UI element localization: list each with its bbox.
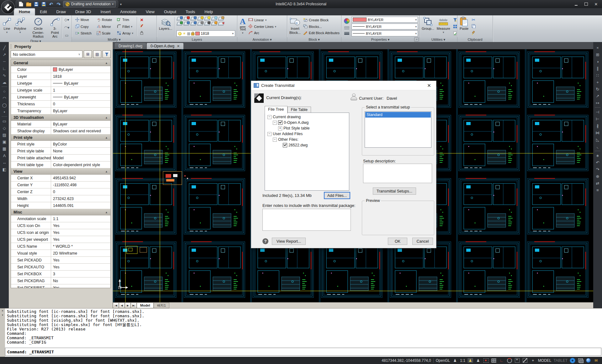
mirror-button[interactable]: ◑ — [594, 58, 601, 65]
property-row-material[interactable]: MaterialByLayer — [11, 121, 110, 128]
color-wheel-icon[interactable] — [344, 18, 350, 24]
move-button[interactable]: Move — [74, 17, 92, 23]
ribbon-tab-draw-3d[interactable]: Draw 3D — [71, 8, 96, 15]
layers-button[interactable]: Layers... — [158, 16, 173, 37]
dialog-close-button[interactable]: ✕ — [422, 81, 436, 90]
crosshair-icon[interactable]: + — [530, 358, 536, 363]
property-row-visual-style[interactable]: Visual style2D Wireframe — [11, 250, 110, 257]
layer-visibility-button[interactable] — [190, 16, 197, 21]
command-input[interactable]: Command: _ETRANSMIT — [5, 348, 601, 356]
panel-label-modify[interactable]: Modify▾ — [72, 37, 156, 42]
esnap-icon[interactable] — [515, 358, 520, 363]
panel-label-utilities[interactable]: Utilities▾ — [420, 37, 457, 42]
linetype-combo[interactable]: BYLAYER ▾ — [351, 24, 418, 29]
paste-button[interactable]: Paste — [459, 16, 469, 37]
property-row-layer[interactable]: Layer1818 — [11, 73, 110, 80]
layer-delete-button[interactable]: × — [218, 21, 224, 26]
property-row-set-pickadd[interactable]: Set PICKADDYes — [11, 257, 110, 264]
measure-button[interactable]: Measure ▾ — [436, 16, 451, 37]
break-button[interactable]: ∦ — [594, 123, 601, 129]
layer-thaw-button[interactable] — [211, 21, 218, 26]
tree-checkbox[interactable] — [278, 120, 283, 125]
property-row-set-pickdrag[interactable]: Set PICKDRAGNo — [11, 277, 110, 284]
copy-button[interactable]: Copy — [74, 24, 92, 30]
tablet-label[interactable]: TABLET — [554, 358, 568, 363]
text-button[interactable]: A Text ▾ — [239, 16, 247, 37]
layer-unlock-button[interactable] — [197, 21, 204, 26]
ortho-icon[interactable]: ∟ — [499, 358, 504, 363]
tab-file-tree[interactable]: File Tree — [265, 106, 288, 113]
ribbon-tab-output[interactable]: Output — [159, 8, 181, 15]
ellipse-button[interactable]: ◯ — [1, 102, 8, 108]
line-button[interactable]: Line ▾ — [1, 16, 13, 39]
redo-button[interactable]: ↷ — [594, 166, 601, 172]
tree-checkbox[interactable] — [283, 143, 287, 147]
panel-label-layers[interactable]: Layers — [157, 37, 237, 42]
panel-label-clipboard[interactable]: Clipboard — [457, 37, 493, 42]
property-row-lineweight[interactable]: LineweightByLayer — [11, 94, 110, 101]
command-history[interactable]: Substituting font [ic-romans.shx] for fo… — [5, 309, 602, 348]
filter-button[interactable] — [103, 50, 111, 58]
revision-cloud-button[interactable]: ◠▾ — [63, 25, 70, 30]
property-row-ucs-per-viewport[interactable]: UCS per viewportYes — [11, 236, 110, 243]
layer-combo[interactable]: ☀ ▦ 1818 ▾ — [177, 30, 235, 37]
polygon-button[interactable]: ◇ — [1, 125, 8, 131]
create-block-button[interactable]: Create Block — [302, 17, 341, 23]
match-properties-button[interactable] — [470, 30, 477, 36]
panel-label-properties[interactable]: Properties▾ ↗ — [341, 37, 419, 42]
explode-button[interactable]: ∗ — [594, 152, 601, 159]
ribbon-tab-draw[interactable]: Draw — [52, 8, 71, 15]
workspace-combo[interactable]: Drafting and Annotation ▾ — [63, 1, 116, 7]
zoom-button[interactable]: ⊕ — [594, 173, 601, 179]
explode-button[interactable] — [138, 24, 145, 29]
scale-button[interactable]: ↗ — [594, 93, 601, 99]
join-button[interactable]: ⋈ — [594, 129, 601, 136]
drag-handle[interactable] — [11, 44, 13, 49]
erase-button[interactable]: × — [138, 17, 145, 23]
ray-button[interactable]: ↗ — [1, 51, 8, 58]
command-expand-icon[interactable]: ▾ — [2, 314, 3, 317]
help-button[interactable]: ? — [262, 238, 268, 244]
trim-button[interactable]: ⊣ — [594, 109, 601, 115]
model-label[interactable]: MODEL — [538, 358, 552, 363]
property-palette-header[interactable]: Property — [11, 43, 111, 50]
arc-button[interactable]: ◠ — [1, 95, 8, 101]
offset-button[interactable]: ∥ — [594, 65, 601, 71]
lineweight-display-icon[interactable] — [522, 358, 528, 363]
rotate-button[interactable]: Rotate — [96, 17, 113, 23]
group-button[interactable]: Group... — [421, 16, 435, 37]
layer-lock-button[interactable] — [197, 16, 204, 21]
view-report-button[interactable]: View Report... — [272, 238, 306, 245]
panel-label-block[interactable]: Block▾ — [287, 37, 341, 42]
annotation-scale-value[interactable]: 1:1 — [460, 358, 465, 363]
line-button[interactable]: ╱ — [1, 45, 8, 51]
redo-button[interactable]: ↷ — [55, 1, 62, 7]
mirror-button[interactable]: Mirror — [96, 24, 113, 30]
property-row-thickness[interactable]: Thickness0 — [11, 101, 110, 108]
erase-button[interactable]: × — [594, 45, 601, 51]
hatch-button[interactable]: ▨ — [1, 132, 8, 138]
command-close-icon[interactable]: ✕ — [2, 309, 3, 312]
setup-description-textarea[interactable] — [363, 164, 432, 183]
cascade-icon[interactable] — [578, 358, 583, 363]
rectangle-button[interactable]: ▭ — [1, 118, 8, 124]
linetype-icon[interactable] — [344, 27, 349, 29]
array-button[interactable]: Array▾ — [116, 30, 134, 36]
save-as-button[interactable] — [40, 1, 47, 7]
property-row-center-z[interactable]: Center Z0 — [11, 188, 110, 195]
tab-close-icon[interactable]: ✕ — [177, 44, 180, 48]
property-row-linetype[interactable]: LinetypeByLayer — [11, 80, 110, 87]
cancel-button[interactable]: Cancel — [412, 238, 433, 245]
pan-button[interactable]: ⇄ — [594, 180, 601, 186]
minus-expander-icon[interactable]: − — [267, 132, 272, 136]
polygon-tool-button[interactable]: ◇▾ — [63, 17, 70, 23]
ribbon-tab-tools[interactable]: Tools — [181, 8, 200, 15]
revision-cloud-button[interactable]: ☁ — [1, 79, 8, 85]
app-logo-icon[interactable] — [1, 0, 15, 14]
dialog-title-bar[interactable]: Create Transmittal ✕ — [251, 81, 436, 90]
fillet-button[interactable]: Fillet▾ — [116, 24, 134, 30]
property-section-view[interactable]: View▲ — [11, 168, 110, 175]
property-section-general[interactable]: General▲ — [11, 60, 110, 66]
minus-expander-icon[interactable]: − — [267, 115, 272, 119]
layer-match-button[interactable] — [218, 16, 224, 21]
